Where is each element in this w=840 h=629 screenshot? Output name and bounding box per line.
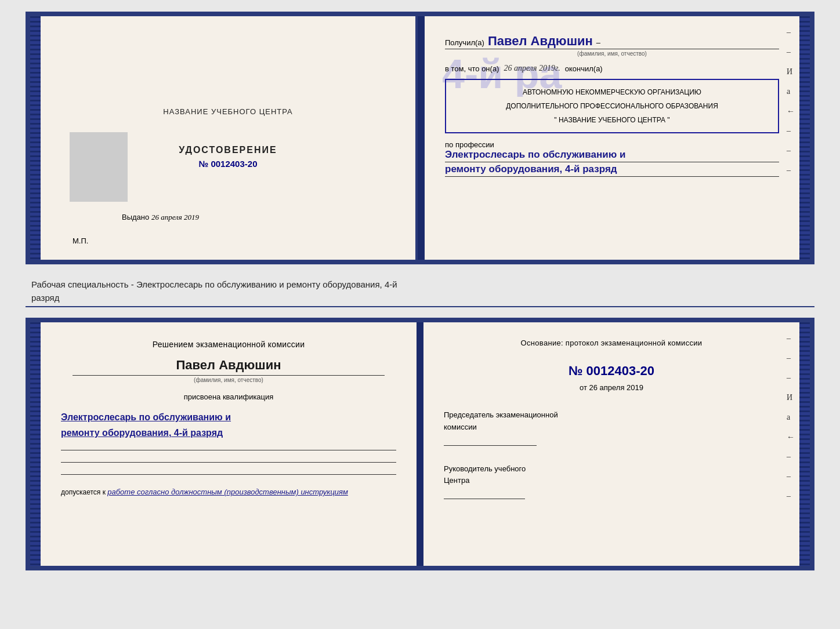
org-name: " НАЗВАНИЕ УЧЕБНОГО ЦЕНТРА " — [453, 115, 771, 125]
bottom-left-page: Решением экзаменационной комиссии Павел … — [41, 322, 417, 566]
org-line2: ДОПОЛНИТЕЛЬНОГО ПРОФЕССИОНАЛЬНОГО ОБРАЗО… — [453, 101, 771, 111]
cert-number: № 0012403-20 — [179, 159, 277, 169]
assigned-label: присвоена квалификация — [61, 392, 396, 401]
mp-label: М.П. — [73, 237, 88, 245]
issued-line: Выдано 26 апреля 2019 — [122, 213, 199, 222]
right-dashes: – – И а ← – – – — [787, 28, 795, 175]
protocol-date: от 26 апреля 2019 — [444, 383, 779, 392]
recipient-section: Получил(а) Павел Авдюшин – — [445, 34, 779, 49]
top-right-page: 4-й ра Получил(а) Павел Авдюшин – (фамил… — [425, 16, 799, 260]
protocol-number: № 0012403-20 — [444, 363, 779, 379]
protocol-section: № 0012403-20 от 26 апреля 2019 — [444, 359, 779, 392]
specialty-section: Рабочая специальность - Электрослесарь п… — [26, 275, 814, 307]
name-hint-bottom: (фамилия, имя, отчество) — [61, 377, 396, 383]
spine-right — [799, 16, 810, 260]
chairman-block: Председатель экзаменационной комиссии — [444, 409, 779, 446]
bottom-right-dashes: – – – И а ← – – – — [787, 334, 795, 501]
commission-title: Решением экзаменационной комиссии — [61, 339, 396, 351]
spine-left — [30, 16, 41, 260]
center-binding — [418, 16, 425, 260]
qual-section: Электрослесарь по обслуживанию и ремонту… — [61, 409, 396, 441]
profession-line2: ремонту оборудования, 4-й разряд — [445, 163, 779, 175]
name-hint-top: (фамилия, имя, отчество) — [445, 50, 779, 57]
qual-line2: ремонту оборудования, 4-й разряд — [61, 425, 396, 441]
profession-label: по профессии — [445, 140, 779, 149]
training-center-title: НАЗВАНИЕ УЧЕБНОГО ЦЕНТРА — [163, 107, 292, 116]
qual-line1: Электрослесарь по обслуживанию и — [61, 409, 396, 425]
specialty-text-line1: Рабочая специальность - Электрослесарь п… — [26, 275, 814, 292]
profession-block: по профессии Электрослесарь по обслужива… — [445, 140, 779, 177]
bottom-spine-left — [30, 322, 41, 566]
photo-placeholder — [70, 132, 128, 202]
profession-line1: Электрослесарь по обслуживанию и — [445, 149, 779, 161]
top-document: НАЗВАНИЕ УЧЕБНОГО ЦЕНТРА УДОСТОВЕРЕНИЕ №… — [26, 12, 814, 264]
person-section: Павел Авдюшин (фамилия, имя, отчество) — [61, 355, 396, 383]
org-stamp: АВТОНОМНУЮ НЕКОММЕРЧЕСКУЮ ОРГАНИЗАЦИЮ ДО… — [445, 79, 779, 133]
bottom-document: Решением экзаменационной комиссии Павел … — [26, 318, 814, 570]
org-line1: АВТОНОМНУЮ НЕКОММЕРЧЕСКУЮ ОРГАНИЗАЦИЮ — [453, 87, 771, 97]
recipient-name: Павел Авдюшин — [488, 34, 593, 49]
bottom-right-page: Основание: протокол экзаменационной коми… — [423, 322, 799, 566]
top-left-page: НАЗВАНИЕ УЧЕБНОГО ЦЕНТРА УДОСТОВЕРЕНИЕ №… — [41, 16, 418, 260]
admission-section: допускается к работе согласно должностны… — [61, 488, 396, 496]
cert-label: УДОСТОВЕРЕНИЕ — [179, 145, 277, 155]
specialty-text-line2: разряд — [26, 292, 814, 307]
date-line: в том, что он(а) 26 апреля 2019г. окончи… — [445, 64, 779, 73]
admission-text: работе согласно должностным (производств… — [107, 488, 348, 496]
bottom-spine-right — [799, 322, 810, 566]
received-label: Получил(а) — [445, 38, 484, 47]
person-name: Павел Авдюшин — [61, 358, 396, 373]
basis-title: Основание: протокол экзаменационной коми… — [444, 339, 779, 347]
bottom-center-binding — [417, 322, 423, 566]
director-block: Руководитель учебного Центра — [444, 463, 779, 500]
